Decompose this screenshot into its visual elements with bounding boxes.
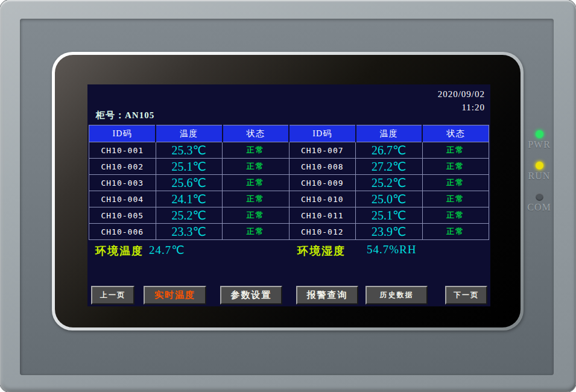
table-row: CH10-00623.3℃正常CH10-01223.9℃正常 (89, 224, 489, 240)
channel-id-cell: CH10-009 (289, 175, 356, 191)
indicator-pwr: PWR (522, 130, 556, 162)
channel-id-cell: CH10-003 (89, 175, 156, 191)
com-led-icon (536, 193, 543, 201)
temperature-cell: 25.1℃ (156, 159, 223, 175)
history-data-button[interactable]: 历史数据 (366, 286, 428, 305)
channel-id-cell: CH10-008 (289, 159, 356, 175)
temperature-cell: 25.1℃ (356, 207, 423, 224)
sensor-table: ID码温度状态ID码温度状态 CH10-00125.3℃正常CH10-00726… (89, 125, 489, 240)
next-page-button[interactable]: 下一页 (445, 286, 487, 305)
realtime-temp-button[interactable]: 实时温度 (144, 286, 206, 305)
channel-id-cell: CH10-004 (89, 191, 156, 207)
ambient-humidity-label: 环境湿度 (297, 244, 346, 258)
com-led-label: COM (522, 202, 556, 213)
temperature-cell: 25.6℃ (156, 175, 223, 191)
hmi-device: 2020/09/02 11:20 柜号：AN105 ID码温度状态ID码温度状态… (0, 0, 576, 392)
environment-readings: 环境温度 24.7℃ 环境湿度 54.7%RH (87, 240, 490, 265)
cabinet-id-label: 柜号：AN105 (96, 110, 154, 121)
table-header-row: ID码温度状态ID码温度状态 (89, 125, 489, 142)
ambient-temp-label: 环境温度 (95, 244, 144, 258)
status-cell: 正常 (223, 191, 290, 207)
indicator-com: COM (522, 193, 556, 224)
status-cell: 正常 (223, 142, 290, 159)
led-indicator-strip: PWRRUNCOM (522, 130, 556, 224)
status-cell: 正常 (422, 159, 489, 175)
status-cell: 正常 (422, 175, 489, 191)
run-led-label: RUN (522, 171, 556, 182)
channel-id-cell: CH10-002 (89, 159, 156, 175)
datetime-display: 2020/09/02 11:20 (438, 87, 485, 114)
param-settings-button[interactable]: 参数设置 (220, 286, 282, 305)
ambient-humidity-value: 54.7%RH (367, 243, 416, 256)
column-header: ID码 (289, 125, 356, 142)
channel-id-cell: CH10-010 (289, 191, 356, 207)
ambient-temp-value: 24.7℃ (149, 243, 185, 257)
temperature-cell: 24.1℃ (156, 191, 223, 207)
channel-id-cell: CH10-011 (289, 207, 356, 224)
table-row: CH10-00125.3℃正常CH10-00726.7℃正常 (89, 142, 489, 159)
temperature-cell: 25.0℃ (356, 191, 423, 207)
temperature-cell: 25.2℃ (356, 175, 423, 191)
column-header: ID码 (89, 125, 156, 142)
temperature-cell: 27.2℃ (356, 159, 423, 175)
temperature-cell: 25.2℃ (156, 207, 223, 224)
status-cell: 正常 (223, 159, 290, 175)
status-cell: 正常 (223, 224, 290, 240)
temperature-cell: 23.9℃ (356, 224, 423, 240)
table-row: CH10-00225.1℃正常CH10-00827.2℃正常 (89, 159, 489, 175)
indicator-run: RUN (522, 162, 556, 193)
lcd-header: 2020/09/02 11:20 柜号：AN105 (87, 84, 490, 125)
table-row: CH10-00325.6℃正常CH10-00925.2℃正常 (89, 175, 489, 191)
status-cell: 正常 (422, 142, 489, 159)
nav-button-bar: 上一页实时温度参数设置报警查询历史数据下一页 (87, 286, 490, 305)
table-body: CH10-00125.3℃正常CH10-00726.7℃正常CH10-00225… (89, 142, 489, 240)
channel-id-cell: CH10-005 (89, 207, 156, 224)
column-header: 温度 (156, 125, 223, 142)
pwr-led-label: PWR (522, 139, 556, 150)
temperature-cell: 26.7℃ (356, 142, 423, 159)
temperature-cell: 23.3℃ (156, 224, 223, 240)
status-cell: 正常 (422, 224, 489, 240)
table-row: CH10-00525.2℃正常CH10-01125.1℃正常 (89, 207, 489, 224)
channel-id-cell: CH10-007 (289, 142, 356, 159)
channel-id-cell: CH10-006 (89, 224, 156, 240)
channel-id-cell: CH10-012 (289, 224, 356, 240)
status-cell: 正常 (422, 207, 489, 224)
column-header: 状态 (422, 125, 489, 142)
table-row: CH10-00424.1℃正常CH10-01025.0℃正常 (89, 191, 489, 207)
status-cell: 正常 (223, 175, 290, 191)
alarm-query-button[interactable]: 报警查询 (296, 286, 358, 305)
lcd-display: 2020/09/02 11:20 柜号：AN105 ID码温度状态ID码温度状态… (87, 84, 490, 306)
column-header: 温度 (356, 125, 423, 142)
time-display: 11:20 (438, 101, 485, 114)
channel-id-cell: CH10-001 (89, 142, 156, 159)
column-header: 状态 (223, 125, 290, 142)
status-cell: 正常 (422, 191, 489, 207)
prev-page-button[interactable]: 上一页 (91, 286, 135, 305)
status-cell: 正常 (223, 207, 290, 224)
date-display: 2020/09/02 (438, 87, 485, 101)
pwr-led-icon (536, 130, 543, 138)
temperature-cell: 25.3℃ (156, 142, 223, 159)
run-led-icon (536, 162, 543, 169)
